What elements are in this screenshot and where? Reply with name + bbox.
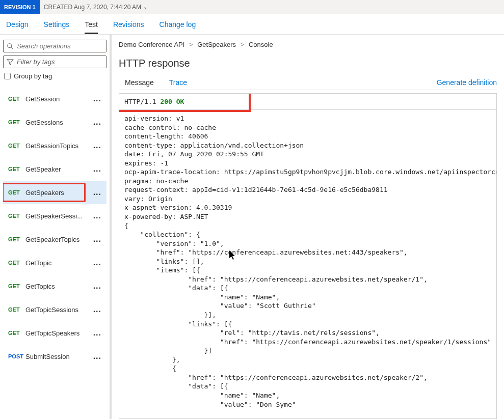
row-actions-icon[interactable]: ... — [93, 235, 103, 244]
tab-revisions[interactable]: Revisions — [113, 20, 144, 34]
operation-name: GetSessionTopics — [25, 142, 93, 150]
breadcrumb-api[interactable]: Demo Conference API — [119, 41, 184, 48]
breadcrumb-sep-icon: > — [189, 41, 193, 48]
group-by-tag-checkbox[interactable]: Group by tag — [3, 72, 107, 80]
operation-item[interactable]: GETGetTopics... — [3, 274, 107, 298]
operation-item[interactable]: GETGetTopic... — [3, 251, 107, 274]
method-badge: GET — [8, 330, 25, 336]
method-badge: GET — [8, 189, 25, 195]
operation-item-getspeakers[interactable]: GETGetSpeakers... — [3, 181, 107, 204]
method-badge: GET — [8, 306, 25, 313]
operation-name: GetTopics — [25, 283, 93, 290]
operation-name: GetSession — [25, 95, 93, 103]
created-dropdown[interactable]: CREATED Aug 7, 2020, 7:44:20 AM ⌄ — [40, 4, 151, 11]
main-panel: Demo Conference API > GetSpeakers > Cons… — [110, 35, 504, 419]
svg-marker-2 — [7, 59, 13, 65]
filter-tags[interactable]: Filter by tags — [3, 55, 107, 68]
generate-definition-link[interactable]: Generate definition — [437, 78, 497, 90]
operation-item[interactable]: GETGetTopicSpeakers... — [3, 321, 107, 345]
operation-item[interactable]: GETGetSessions... — [3, 110, 107, 134]
breadcrumb-operation[interactable]: GetSpeakers — [197, 41, 236, 48]
response-body[interactable]: api-version: v1 cache-control: no-cache … — [119, 110, 496, 413]
row-actions-icon[interactable]: ... — [93, 164, 103, 174]
method-badge: GET — [8, 143, 25, 149]
operation-item[interactable]: GETGetSession... — [3, 87, 107, 110]
row-actions-icon[interactable]: ... — [93, 305, 103, 314]
tab-design[interactable]: Design — [6, 20, 29, 34]
chevron-down-icon: ⌄ — [143, 4, 147, 10]
tab-changelog[interactable]: Change log — [160, 20, 196, 34]
group-by-tag-input[interactable] — [4, 73, 11, 79]
operation-item[interactable]: GETGetSpeakerSessi...... — [3, 204, 107, 228]
search-input[interactable] — [17, 42, 103, 50]
operation-name: GetSpeaker — [25, 165, 93, 173]
row-actions-icon[interactable]: ... — [93, 141, 103, 150]
row-actions-icon[interactable]: ... — [93, 258, 103, 267]
svg-point-0 — [8, 43, 12, 47]
method-badge: GET — [8, 236, 25, 242]
operation-name: GetSpeakers — [25, 189, 93, 197]
operations-sidebar: Filter by tags Group by tag GETGetSessio… — [0, 35, 110, 419]
operation-item[interactable]: GETGetSpeaker... — [3, 157, 107, 181]
row-actions-icon[interactable]: ... — [93, 188, 103, 197]
status-line: HTTP/1.1 200 OK — [119, 94, 496, 110]
revision-badge[interactable]: REVISION 1 — [0, 0, 40, 14]
operation-item[interactable]: GETGetSessionTopics... — [3, 134, 107, 157]
operation-name: GetSpeakerSessi... — [25, 212, 93, 220]
row-actions-icon[interactable]: ... — [93, 328, 103, 338]
operation-name: GetTopicSpeakers — [25, 329, 93, 337]
filter-label: Filter by tags — [17, 58, 55, 66]
subtab-trace[interactable]: Trace — [169, 78, 187, 90]
breadcrumb: Demo Conference API > GetSpeakers > Cons… — [119, 41, 497, 48]
operations-list: GETGetSession... GETGetSessions... GETGe… — [3, 87, 107, 419]
search-icon — [7, 43, 14, 50]
top-bar: REVISION 1 CREATED Aug 7, 2020, 7:44:20 … — [0, 0, 504, 14]
operation-item[interactable]: POSTSubmitSession... — [3, 345, 107, 368]
operation-name: GetTopicSessions — [25, 306, 93, 314]
method-badge: GET — [8, 260, 25, 266]
operation-name: GetSessions — [25, 119, 93, 126]
svg-line-1 — [11, 47, 13, 49]
row-actions-icon[interactable]: ... — [93, 352, 103, 361]
response-subtabs: Message Trace — [119, 78, 187, 90]
method-badge: GET — [8, 283, 25, 289]
operation-item[interactable]: GETGetSpeakerTopics... — [3, 228, 107, 251]
tab-test[interactable]: Test — [85, 20, 98, 34]
group-by-tag-label: Group by tag — [14, 72, 52, 80]
breadcrumb-sep-icon: > — [241, 41, 245, 48]
tab-settings[interactable]: Settings — [44, 20, 70, 34]
method-badge: GET — [8, 213, 25, 219]
subtab-message[interactable]: Message — [125, 78, 154, 90]
operation-name: GetTopic — [25, 259, 93, 267]
breadcrumb-page: Console — [249, 41, 273, 48]
method-badge: GET — [8, 166, 25, 172]
method-badge: POST — [8, 353, 25, 359]
operation-name: GetSpeakerTopics — [25, 236, 93, 243]
status-code: 200 OK — [160, 98, 184, 105]
response-container: HTTP/1.1 200 OK api-version: v1 cache-co… — [119, 93, 497, 419]
method-badge: GET — [8, 96, 25, 102]
row-actions-icon[interactable]: ... — [93, 118, 103, 127]
status-protocol: HTTP/1.1 — [124, 98, 156, 105]
row-actions-icon[interactable]: ... — [93, 94, 103, 103]
row-actions-icon[interactable]: ... — [93, 211, 103, 220]
created-label-text: CREATED Aug 7, 2020, 7:44:20 AM — [44, 4, 141, 11]
method-badge: GET — [8, 119, 25, 125]
row-actions-icon[interactable]: ... — [93, 282, 103, 291]
operation-item[interactable]: GETGetTopicSessions... — [3, 298, 107, 321]
nav-tabs: Design Settings Test Revisions Change lo… — [0, 14, 504, 35]
search-input-wrap[interactable] — [3, 40, 107, 52]
operation-name: SubmitSession — [25, 353, 93, 360]
filter-icon — [7, 59, 14, 66]
page-title: HTTP response — [119, 58, 497, 69]
